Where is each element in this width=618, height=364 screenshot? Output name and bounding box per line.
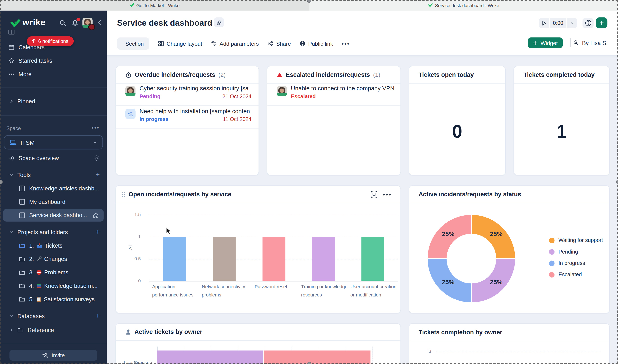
- collapse-sidebar-icon[interactable]: [97, 19, 103, 26]
- dashboard-owner[interactable]: By Lisa S.: [573, 38, 608, 48]
- sidebar-item-label: Starred tasks: [18, 58, 52, 64]
- gridline: [373, 347, 373, 364]
- widget-header-divider: [116, 83, 258, 84]
- donut-chart[interactable]: [426, 213, 517, 304]
- legend-label: Escalated: [558, 272, 582, 277]
- star-icon: [8, 58, 14, 64]
- widget-active-by-owner[interactable]: Active tickets by owner Lisa Simpson: [116, 323, 401, 364]
- add-widget-button[interactable]: Widget: [528, 38, 563, 48]
- notifications-badge[interactable]: 6 notifications: [27, 36, 74, 46]
- sliders-icon: [211, 41, 217, 47]
- escalated-triangle-icon: [277, 72, 283, 77]
- browser-tab-go-to-market[interactable]: Go-To-Market - Wrike: [0, 0, 309, 11]
- slice-percent-label: 25%: [438, 231, 458, 238]
- x-category-label: Network connectivity problems: [202, 283, 250, 299]
- global-add-button[interactable]: +: [596, 17, 607, 28]
- task-title[interactable]: Need help with installation [sample cont…: [140, 108, 258, 115]
- slice-percent-label: 25%: [487, 231, 506, 238]
- gear-icon[interactable]: [93, 155, 100, 161]
- widget-active-by-status[interactable]: Active incidents/requests by status 25% …: [409, 185, 610, 313]
- space-selector[interactable]: ITSM: [4, 135, 103, 149]
- task-due-date: 21 Oct 2024: [222, 93, 252, 99]
- task-status[interactable]: In progress: [140, 116, 168, 122]
- pin-button[interactable]: [214, 17, 224, 27]
- task-title[interactable]: Unable to connect to the company VPN: [291, 85, 400, 91]
- owner-bust-icon: [125, 329, 131, 335]
- sidebar-item-tickets[interactable]: 1. Tickets: [0, 239, 107, 252]
- space-options-icon[interactable]: •••: [91, 125, 100, 131]
- bar-password-reset[interactable]: [262, 237, 285, 281]
- add-section-button[interactable]: Section: [117, 38, 149, 50]
- item-avatar: [277, 86, 287, 96]
- sidebar-item-my-dashboard[interactable]: My dashboard: [0, 195, 107, 208]
- bar-network-connectivity[interactable]: [213, 237, 236, 281]
- sidebar-group-databases[interactable]: Databases +: [0, 310, 107, 323]
- sidebar-item-knowledge-base[interactable]: 4. Knowledge base m...: [0, 279, 107, 293]
- plus-icon: [533, 40, 538, 45]
- bar-application-performance[interactable]: [163, 237, 186, 281]
- legend-label: In progress: [558, 260, 585, 266]
- add-project-icon[interactable]: +: [96, 228, 100, 236]
- widget-count: (2): [218, 71, 225, 78]
- sidebar-item-reference[interactable]: Reference: [0, 323, 107, 337]
- share-button[interactable]: Share: [268, 40, 291, 47]
- bar-user-account[interactable]: [361, 237, 384, 281]
- no-entry-icon: [36, 270, 42, 275]
- space-itsm-icon: [10, 139, 17, 145]
- add-parameters-button[interactable]: Add parameters: [211, 40, 259, 47]
- task-status[interactable]: Escalated: [291, 93, 316, 99]
- sidebar-item-more[interactable]: More: [0, 67, 107, 81]
- stacked-bar-segment-2[interactable]: [264, 351, 371, 364]
- task-status[interactable]: Pending: [140, 93, 160, 99]
- timer-value[interactable]: 0:00: [550, 18, 566, 28]
- timer-dropdown-button[interactable]: [567, 18, 577, 28]
- sidebar-item-problems[interactable]: 3. Problems: [0, 266, 107, 279]
- sidebar: wrike 6 notifications Calendars Starred …: [0, 11, 107, 364]
- dashboard-icon: [19, 185, 25, 192]
- sidebar-group-projects-and-folders[interactable]: Projects and folders +: [0, 226, 107, 239]
- folder-icon: [19, 242, 25, 249]
- sidebar-item-satisfaction-surveys[interactable]: 5. Satisfaction surveys: [0, 292, 107, 306]
- widget-completion-by-owner[interactable]: Tickets completion by owner 3: [409, 323, 610, 364]
- sidebar-item-service-desk-dashboard[interactable]: Service desk dashbo...: [3, 209, 104, 221]
- legend-pending: Pending: [549, 249, 578, 255]
- more-actions-icon[interactable]: •••: [342, 40, 350, 47]
- widget-open-by-service[interactable]: Open incidents/requests by service ••• 1…: [116, 185, 401, 313]
- space-name: ITSM: [20, 139, 35, 146]
- sidebar-item-changes[interactable]: 2. Changes: [0, 252, 107, 266]
- focus-mode-icon[interactable]: [370, 191, 378, 198]
- widget-tickets-completed-today[interactable]: Tickets completed today 1: [514, 66, 610, 175]
- slice-percent-label: 25%: [438, 279, 458, 286]
- home-icon: [92, 212, 99, 218]
- sidebar-item-starred-tasks[interactable]: Starred tasks: [0, 54, 107, 67]
- sidebar-group-tools[interactable]: Tools +: [0, 168, 107, 182]
- search-icon[interactable]: [60, 20, 66, 26]
- sidebar-item-knowledge-articles-dashboard[interactable]: Knowledge articles dashb...: [0, 182, 107, 195]
- help-button[interactable]: [582, 18, 593, 28]
- bar-training-knowledge[interactable]: [312, 237, 335, 281]
- widget-menu-icon[interactable]: •••: [383, 191, 392, 198]
- inbox-icon: [36, 243, 42, 248]
- dashboard-icon: [19, 212, 25, 218]
- stacked-bar-segment-1[interactable]: [157, 351, 263, 364]
- wrike-logo-text: wrike: [23, 17, 46, 27]
- timer-play-button[interactable]: [539, 18, 549, 28]
- sidebar-item-pinned[interactable]: Pinned: [0, 95, 107, 108]
- widget-title: Tickets completed today: [523, 71, 594, 78]
- change-layout-button[interactable]: Change layout: [158, 40, 202, 47]
- task-title[interactable]: Cyber security training session inquiry …: [140, 85, 258, 91]
- space-overview-icon: [8, 155, 14, 161]
- invite-button[interactable]: Invite: [10, 350, 97, 361]
- sidebar-item-space-overview[interactable]: Space overview: [0, 152, 107, 165]
- pin-icon: [216, 20, 222, 25]
- x-category-label: Application performance issues: [152, 283, 200, 299]
- widget-overdue-incidents[interactable]: Overdue incidents/requests (2) Cyber sec…: [116, 66, 259, 175]
- add-database-icon[interactable]: +: [96, 312, 100, 320]
- mouse-cursor: [166, 227, 172, 235]
- widget-tickets-open-today[interactable]: Tickets open today 0: [409, 66, 506, 175]
- public-link-button[interactable]: Public link: [299, 40, 333, 47]
- add-tool-icon[interactable]: +: [96, 171, 100, 179]
- browser-tab-service-desk[interactable]: Service desk dashboard - Wrike: [309, 0, 618, 11]
- drag-handle-icon[interactable]: [121, 191, 125, 197]
- widget-escalated-incidents[interactable]: Escalated incidents/requests (1) Unable …: [267, 66, 401, 175]
